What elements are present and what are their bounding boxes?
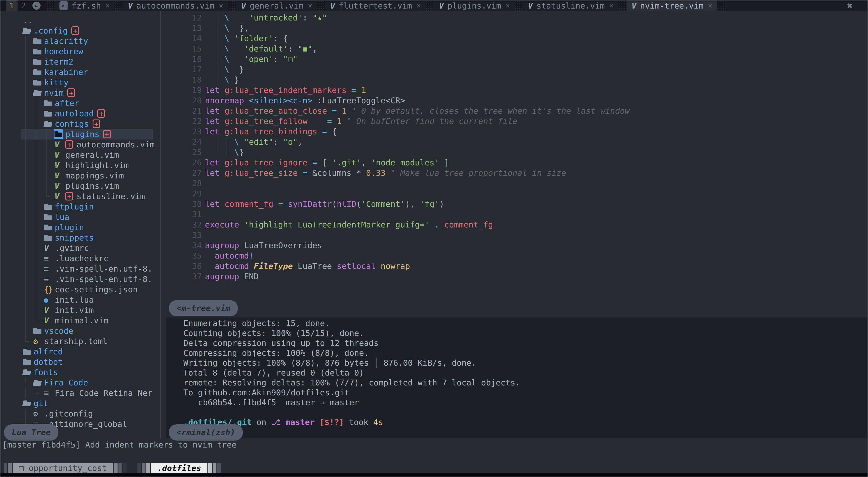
tree-item-Fira Code[interactable]: Fira Code <box>0 378 160 388</box>
tree-item-starship.toml[interactable]: ⚙starship.toml <box>0 336 160 346</box>
tree-item-coc-settings.json[interactable]: {}coc-settings.json <box>0 284 160 295</box>
tree-item-init.vim[interactable]: Vinit.vim <box>0 305 160 315</box>
code-token: : <box>288 44 298 53</box>
code-token <box>229 44 244 53</box>
tab-close-icon[interactable]: × <box>506 1 510 10</box>
code-token: let <box>205 86 220 95</box>
tree-item-mappings.vim[interactable]: Vmappings.vim <box>0 171 160 181</box>
tree-item-dotbot[interactable]: dotbot <box>0 357 160 367</box>
tab-plugins.vim[interactable]: Vplugins.vim× <box>434 0 515 11</box>
tree-item-.config[interactable]: .config+ <box>0 26 160 36</box>
tree-item-alacritty[interactable]: alacritty <box>0 36 160 46</box>
tree-item-Fira Code Retina Ner[interactable]: ≡Fira Code Retina Ner <box>0 388 160 398</box>
tree-item-homebrew[interactable]: homebrew <box>0 46 160 57</box>
tab-nvim-tree.vim[interactable]: Vnvim-tree.vim× <box>626 0 717 11</box>
tree-guide <box>44 160 55 171</box>
tree-guide <box>23 36 33 46</box>
tab-close-icon[interactable]: × <box>609 1 614 10</box>
code-token <box>327 106 332 115</box>
code-token: │ <box>205 55 224 64</box>
tree-guide <box>23 212 33 222</box>
tree-item-general.vim[interactable]: Vgeneral.vim <box>0 150 160 160</box>
tab-fzf.sh[interactable]: >_fzf.sh× <box>55 0 115 11</box>
tree-item-.vim-spell-en.utf-8.[interactable]: ≡.vim-spell-en.utf-8. <box>0 264 160 274</box>
tab-label: general.vim <box>250 1 303 10</box>
tree-item-vscode[interactable]: vscode <box>0 326 160 336</box>
tree-item-plugin[interactable]: plugin <box>0 222 160 233</box>
tree-item-after[interactable]: after <box>0 98 160 108</box>
tree-item-nvim[interactable]: nvim+ <box>0 88 160 98</box>
editor-pane[interactable]: 12 │ \ 'untracked': "★"13 │ \ },14 │ \ '… <box>166 11 868 317</box>
line-number: 34 <box>166 240 202 251</box>
tree-item-fonts[interactable]: fonts <box>0 367 160 378</box>
tree-guide <box>23 243 33 253</box>
code-line: 36 autocmd FileType LuaTree setlocal now… <box>166 261 868 271</box>
tree-item-ftplugin[interactable]: ftplugin <box>0 202 160 212</box>
code-line: 15 │ \ 'default': "◼", <box>166 44 868 54</box>
terminal-pane[interactable]: Enumerating objects: 15, done.Counting o… <box>166 317 868 438</box>
tmux-fade-block <box>146 463 150 474</box>
tree-item-snippets[interactable]: snippets <box>0 233 160 243</box>
nvim-tree-panel[interactable]: ...config+alacrittyhomebrewiterm2karabin… <box>0 11 160 439</box>
tree-item-statusline.vim[interactable]: V+statusline.vim <box>0 191 160 202</box>
tree-item-plugins.vim[interactable]: Vplugins.vim <box>0 181 160 191</box>
code-line: 13 │ \ }, <box>166 23 868 33</box>
tab-close-icon[interactable]: × <box>708 1 712 10</box>
tree-guide <box>33 305 44 315</box>
tree-item-plugins[interactable]: plugins+ <box>0 129 160 139</box>
tab-autocommands.vim[interactable]: Vautocommands.vim× <box>123 0 228 11</box>
terminal-line: Counting objects: 100% (15/15), done. <box>183 328 868 338</box>
tree-item-..[interactable]: .. <box>0 15 160 26</box>
code-text: let g:lua_tree_indent_markers = 1 <box>205 86 366 95</box>
git-modified-badge: + <box>65 192 73 201</box>
tmux-window-label[interactable]: □ opportunity_cost <box>12 463 113 474</box>
back-arrow-icon[interactable]: ← <box>32 2 40 10</box>
code-token: }, <box>229 24 249 33</box>
tmux-window-number-active[interactable]: 1 <box>6 0 18 11</box>
tree-item-label: kitty <box>44 78 68 87</box>
tab-statusline.vim[interactable]: Vstatusline.vim× <box>523 0 618 11</box>
tree-item-lua[interactable]: lua <box>0 212 160 222</box>
tab-close-icon[interactable]: × <box>416 1 421 10</box>
code-token: " 0 by default, closes the tree when it'… <box>351 106 629 115</box>
tab-general.vim[interactable]: Vgeneral.vim× <box>236 0 317 11</box>
tree-item-alfred[interactable]: alfred <box>0 346 160 357</box>
tree-item-.vim-spell-en.utf-8.[interactable]: ≡.vim-spell-en.utf-8. <box>0 274 160 284</box>
close-all-icon[interactable]: ✖ <box>847 0 853 11</box>
tree-item-.gitconfig[interactable]: ⚙.gitconfig <box>0 409 160 419</box>
code-token: 4s <box>373 418 383 427</box>
code-token: took <box>344 418 373 427</box>
window-separator[interactable] <box>160 11 161 439</box>
tmux-window-label[interactable]: .dotfiles <box>151 463 208 474</box>
tree-item-configs[interactable]: configs+ <box>0 119 160 129</box>
code-text: let g:lua_tree_size = &columns * 0.33 " … <box>205 168 566 177</box>
code-token <box>347 86 351 95</box>
code-token: <silent><c-n> <box>249 96 312 105</box>
tmux-window-number-2[interactable]: 2 <box>18 0 29 11</box>
tree-item-kitty[interactable]: kitty <box>0 77 160 88</box>
tree-item-iterm2[interactable]: iterm2 <box>0 57 160 67</box>
tab-label: nvim-tree.vim <box>640 1 704 10</box>
tab-fluttertest.vim[interactable]: Vfluttertest.vim× <box>325 0 426 11</box>
tree-item-.luacheckrc[interactable]: ≡.luacheckrc <box>0 253 160 264</box>
tab-close-icon[interactable]: × <box>105 1 110 10</box>
tree-item-autocommands.vim[interactable]: V+autocommands.vim <box>0 139 160 150</box>
tab-close-icon[interactable]: × <box>308 1 312 10</box>
git-modified-badge: + <box>65 140 73 149</box>
line-number: 33 <box>166 230 202 240</box>
code-token: 'default' <box>244 44 288 53</box>
tab-separator <box>618 0 626 11</box>
tmux-fade-block <box>114 463 118 474</box>
tree-item-git[interactable]: git <box>0 398 160 409</box>
tab-close-icon[interactable]: × <box>219 1 223 10</box>
tmux-window--dotfiles[interactable]: .dotfiles <box>137 463 222 474</box>
tree-item-minimal.vim[interactable]: Vminimal.vim <box>0 315 160 326</box>
tree-item-autoload[interactable]: autoload+ <box>0 108 160 119</box>
tree-item-karabiner[interactable]: karabiner <box>0 67 160 77</box>
tree-item-.gvimrc[interactable]: V.gvimrc <box>0 243 160 253</box>
tmux-window--opportunity-cost[interactable]: □ opportunity_cost <box>4 463 127 474</box>
tree-item-init.lua[interactable]: ●init.lua <box>0 295 160 305</box>
tree-item-highlight.vim[interactable]: Vhighlight.vim <box>0 160 160 171</box>
code-token: remote: Resolving deltas: 100% (7/7), co… <box>183 378 520 387</box>
vim-file-icon: V <box>55 171 65 181</box>
